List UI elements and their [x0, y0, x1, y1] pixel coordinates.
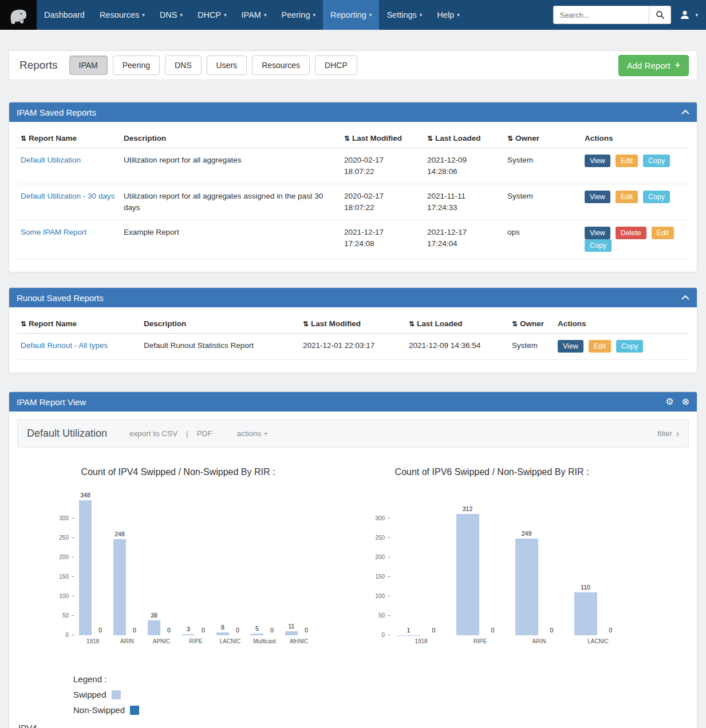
column-header-last-modified[interactable]: ⇅Last Modified: [299, 314, 405, 334]
search-button[interactable]: [649, 6, 671, 24]
runout-reports-table: ⇅Report Name Description ⇅Last Modified …: [17, 314, 689, 360]
user-menu[interactable]: ▾: [680, 10, 698, 20]
sort-icon: ⇅: [21, 320, 26, 328]
nav-reporting[interactable]: Reporting▾: [323, 0, 379, 30]
tab-dhcp[interactable]: DHCP: [315, 56, 357, 75]
legend-swatch-non-swipped: [130, 706, 139, 715]
tab-users[interactable]: Users: [207, 56, 247, 75]
export-csv-link[interactable]: export to CSV: [129, 429, 178, 438]
filter-link[interactable]: filter ›: [657, 429, 679, 439]
y-tick-mark: [72, 557, 74, 557]
last-modified-cell: 2020-02-1718:07:22: [341, 184, 424, 220]
view-button[interactable]: View: [585, 227, 610, 239]
view-button[interactable]: View: [585, 155, 610, 167]
nav-label: Reporting: [330, 10, 366, 19]
y-tick-label: 250: [356, 535, 385, 541]
nav-ipam[interactable]: IPAM▾: [234, 0, 274, 30]
nav-dns[interactable]: DNS▾: [152, 0, 190, 30]
collapse-chevron-up-icon[interactable]: [681, 295, 689, 300]
collapse-chevron-up-icon[interactable]: [681, 110, 689, 114]
chart-title: Count of IPV6 Swipped / Non-Swipped By R…: [356, 467, 628, 477]
edit-button[interactable]: Edit: [616, 191, 638, 203]
copy-button[interactable]: Copy: [643, 155, 670, 167]
report-title: Default Utilization: [27, 428, 107, 440]
column-header-last-modified[interactable]: ⇅Last Modified: [341, 129, 424, 148]
bar-value-label: 0: [424, 627, 444, 634]
nav-label: DNS: [160, 10, 178, 19]
y-tick-mark: [72, 635, 74, 635]
tab-dns[interactable]: DNS: [165, 56, 202, 75]
column-header-report-name[interactable]: ⇅Report Name: [17, 314, 140, 334]
report-description: Default Runout Statistics Report: [140, 334, 299, 360]
copy-button[interactable]: Copy: [643, 191, 670, 203]
edit-button[interactable]: Edit: [616, 155, 638, 167]
nav-dashboard[interactable]: Dashboard: [37, 0, 92, 30]
report-link[interactable]: Default Utilization: [21, 156, 81, 164]
edit-button[interactable]: Edit: [652, 227, 675, 239]
sort-icon: ⇅: [344, 134, 350, 143]
column-header-owner[interactable]: ⇅Owner: [508, 314, 554, 334]
last-loaded-cell: 2021-11-1117:24:33: [424, 184, 504, 220]
bar-value-label: 0: [262, 627, 282, 634]
panel-header: Runout Saved Reports: [9, 288, 697, 307]
search-input[interactable]: [553, 6, 649, 24]
date: 2021-12-17: [427, 227, 500, 238]
nav-dhcp[interactable]: DHCP▾: [190, 0, 234, 30]
caret-down-icon: ▾: [313, 12, 315, 18]
column-header-last-loaded[interactable]: ⇅Last Loaded: [405, 314, 508, 334]
bar-value-label: 348: [75, 492, 96, 498]
y-tick-label: 150: [356, 573, 385, 580]
chevron-right-icon: ›: [676, 429, 679, 439]
report-link[interactable]: Default Runout - All types: [21, 341, 108, 350]
bar-value-label: 0: [601, 627, 621, 634]
x-category-label: ARIN: [515, 638, 563, 644]
caret-down-icon: ▾: [369, 12, 372, 18]
add-report-button[interactable]: Add Report +: [618, 55, 689, 76]
time: 17:24:08: [344, 238, 420, 250]
tab-peering[interactable]: Peering: [113, 56, 160, 75]
report-link[interactable]: Default Utilization - 30 days: [21, 192, 115, 200]
runout-saved-reports-panel: Runout Saved Reports ⇅Report Name Descri…: [9, 287, 697, 373]
tab-ipam[interactable]: IPAM: [69, 56, 108, 75]
copy-button[interactable]: Copy: [585, 239, 612, 252]
close-icon[interactable]: ⊗: [682, 397, 689, 406]
column-header-owner[interactable]: ⇅Owner: [504, 129, 581, 148]
app-logo[interactable]: [0, 0, 37, 30]
column-header-report-name[interactable]: ⇅Report Name: [17, 129, 120, 148]
nav-peering[interactable]: Peering▾: [274, 0, 323, 30]
date: 2020-02-17: [344, 191, 420, 202]
time: 18:07:22: [344, 166, 420, 177]
pdf-link[interactable]: PDF: [197, 429, 212, 438]
view-button[interactable]: View: [585, 191, 610, 203]
bar-value-label: 0: [227, 627, 248, 634]
bar-swipped: [456, 514, 479, 635]
column-header-description: Description: [140, 314, 299, 334]
nav-label: Settings: [386, 10, 416, 19]
copy-button[interactable]: Copy: [616, 340, 643, 353]
column-header-last-loaded[interactable]: ⇅Last Loaded: [424, 129, 504, 148]
date: 2021-11-11: [427, 191, 500, 202]
report-toolbar: Default Utilization export to CSV | PDF …: [17, 420, 689, 448]
report-description: Example Report: [120, 220, 341, 259]
report-link[interactable]: Some IPAM Report: [21, 228, 86, 236]
owner-cell: System: [508, 334, 554, 360]
nav-label: DHCP: [198, 10, 221, 19]
tab-resources[interactable]: Resources: [252, 56, 310, 75]
actions-link[interactable]: actions +: [237, 429, 268, 438]
user-icon: [680, 10, 690, 20]
table-header-row: ⇅Report Name Description ⇅Last Modified …: [17, 129, 689, 148]
gear-icon[interactable]: ⚙: [665, 397, 673, 406]
ipam-report-view-panel: IPAM Report View ⚙ ⊗ Default Utilization…: [9, 391, 697, 728]
y-tick-label: 50: [356, 612, 385, 619]
column-label: Description: [124, 134, 166, 143]
nav-resources[interactable]: Resources▾: [92, 0, 152, 30]
date: 2021-12-09: [427, 155, 500, 166]
edit-button[interactable]: Edit: [589, 340, 612, 353]
nav-settings[interactable]: Settings▾: [379, 0, 429, 30]
view-button[interactable]: View: [558, 340, 583, 353]
column-label: Last Loaded: [417, 319, 463, 328]
delete-button[interactable]: Delete: [616, 227, 646, 239]
last-modified-cell: 2020-02-1718:07:22: [341, 148, 424, 184]
nav-help[interactable]: Help▾: [429, 0, 467, 30]
x-category-label: AfriNIC: [275, 638, 323, 644]
